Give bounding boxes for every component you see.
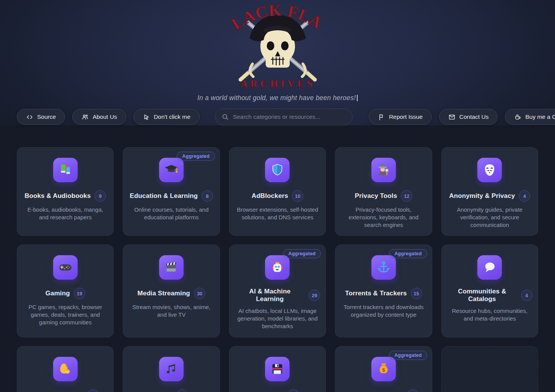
category-count-badge: 1 (87, 389, 99, 392)
flexed-biceps-icon (58, 361, 73, 377)
category-icon-tile (265, 158, 290, 182)
category-card[interactable]: Books & Audiobooks 9 E-books, audiobooks… (17, 147, 114, 236)
report-issue-button-label: Report Issue (389, 113, 423, 120)
contact-us-button-label: Contact Us (459, 113, 489, 120)
clapperboard-icon (164, 260, 179, 275)
robot-icon (270, 260, 285, 275)
svg-text:$: $ (382, 367, 385, 373)
category-grid: Books & Audiobooks 9 E-books, audiobooks… (17, 147, 538, 392)
tagline-text: In a world without gold, we might have b… (197, 94, 356, 102)
category-title: Anonymity & Privacy (449, 192, 515, 200)
category-card[interactable]: Anonymity & Privacy 4 Anonymity guides, … (441, 147, 538, 236)
category-card[interactable]: Health & Fitness 1 Exercise guides, work… (17, 346, 114, 392)
category-title: Education & Learning (130, 192, 198, 200)
category-card[interactable]: Aggregated $ Finance & Crypto 4 Cryptocu… (335, 346, 432, 392)
category-description: AI chatbots, local LLMs, image generatio… (235, 307, 320, 330)
typing-caret (357, 95, 358, 101)
category-title: Media Streaming (137, 290, 190, 297)
tagline: In a world without gold, we might have b… (0, 94, 555, 102)
category-card[interactable]: Music 5 Music downloaders, streaming, an… (123, 346, 220, 392)
category-title: Torrents & Trackers (345, 290, 407, 297)
aggregated-badge: Aggregated (389, 351, 427, 360)
category-count-badge: 19 (74, 288, 85, 299)
report-issue-button[interactable]: Report Issue (369, 109, 432, 125)
category-card[interactable]: Communities & Catalogs 4 Resource hubs, … (441, 245, 538, 337)
category-description: Torrent trackers and downloads organized… (341, 303, 426, 319)
source-button-label: Source (37, 113, 56, 120)
category-description: Stream movies, shows, anime, and live TV (129, 303, 214, 319)
category-description: Online courses, tutorials, and education… (129, 206, 214, 221)
category-icon-tile (53, 255, 78, 280)
category-card[interactable]: Software 3 Software downloads, templates… (229, 346, 326, 392)
category-icon-tile (53, 357, 78, 381)
category-count-badge: 10 (292, 190, 303, 202)
logo-subtitle: ARCHIVES (240, 78, 315, 89)
category-description: Privacy-focused tools, extensions, keybo… (341, 206, 426, 228)
category-card[interactable]: Aggregated Education & Learning 8 Online… (123, 147, 220, 236)
skull (260, 29, 295, 68)
category-icon-tile (371, 255, 396, 280)
graduation-cap-icon (164, 162, 179, 178)
category-card[interactable]: Gaming 19 PC games, repacks, browser gam… (17, 245, 114, 337)
detective-icon (376, 162, 391, 178)
empty-card-placeholder (441, 346, 538, 392)
people-icon (81, 113, 89, 121)
category-icon-tile (265, 357, 290, 381)
category-icon-tile (371, 158, 396, 182)
category-card[interactable]: Aggregated AI & Machine Learning 29 AI c… (229, 245, 326, 337)
search-input[interactable] (215, 109, 353, 125)
category-card[interactable]: Privacy Tools 12 Privacy-focused tools, … (335, 147, 432, 236)
search-bar (215, 109, 353, 125)
about-us-button[interactable]: About Us (72, 109, 126, 125)
category-icon-tile (53, 158, 78, 182)
category-card[interactable]: AdBlockers 10 Browser extensions, self-h… (229, 147, 326, 236)
category-card[interactable]: Media Streaming 30 Stream movies, shows,… (123, 245, 220, 337)
site-logo: BLACK FLAG ARCHIVES (0, 0, 555, 90)
category-title: AI & Machine Learning (235, 288, 305, 303)
category-description: Anonymity guides, private verification, … (447, 206, 532, 228)
contact-us-button[interactable]: Contact Us (439, 109, 498, 125)
mail-icon (448, 113, 456, 121)
dont-click-me-button-label: Don't click me (154, 113, 190, 120)
source-button[interactable]: Source (17, 109, 65, 125)
category-title: Gaming (46, 290, 70, 297)
flag-icon (378, 113, 385, 121)
page: BLACK FLAG ARCHIVES In a world without g… (0, 0, 555, 392)
category-card[interactable]: Aggregated Torrents & Trackers 15 Torren… (335, 245, 432, 337)
category-count-badge: 30 (194, 288, 205, 299)
category-title: AdBlockers (252, 192, 288, 200)
code-icon (26, 113, 33, 121)
category-description: PC games, repacks, browser games, deals,… (23, 303, 108, 326)
category-icon-tile (477, 255, 502, 280)
category-count-badge: 4 (407, 389, 418, 392)
header: BLACK FLAG ARCHIVES In a world without g… (0, 0, 555, 125)
aggregated-badge: Aggregated (389, 249, 427, 258)
category-description: E-books, audiobooks, manga, and research… (23, 206, 108, 221)
about-us-button-label: About Us (93, 113, 117, 120)
category-icon-tile: $ (371, 357, 396, 381)
toolbar-left-group: SourceAbout UsDon't click me (17, 109, 200, 125)
category-icon-tile (159, 255, 184, 280)
music-notes-icon (164, 362, 179, 376)
shield-icon (270, 163, 285, 177)
category-title: Books & Audiobooks (24, 192, 91, 200)
category-count-badge: 15 (411, 288, 422, 299)
toolbar-right-group: Report IssueContact UsBuy me a Coffee (369, 109, 555, 125)
books-icon (58, 162, 73, 178)
category-count-badge: 4 (521, 290, 532, 301)
coffee-icon (514, 113, 521, 121)
dont-click-me-button[interactable]: Don't click me (133, 109, 200, 125)
search-icon (221, 113, 229, 121)
category-icon-tile (477, 158, 502, 182)
cursor-icon (143, 113, 150, 121)
toolbar: SourceAbout UsDon't click me Report Issu… (0, 109, 555, 125)
category-count-badge: 29 (309, 290, 320, 301)
money-bag-icon: $ (376, 361, 391, 377)
category-count-badge: 3 (288, 389, 299, 392)
category-icon-tile (159, 357, 184, 381)
game-controller-icon (58, 260, 73, 275)
buy-me-a-coffee-button[interactable]: Buy me a Coffee (505, 109, 555, 125)
category-count-badge: 8 (202, 190, 213, 202)
category-description: Browser extensions, self-hosted solution… (235, 206, 320, 221)
anchor-icon (376, 260, 391, 275)
